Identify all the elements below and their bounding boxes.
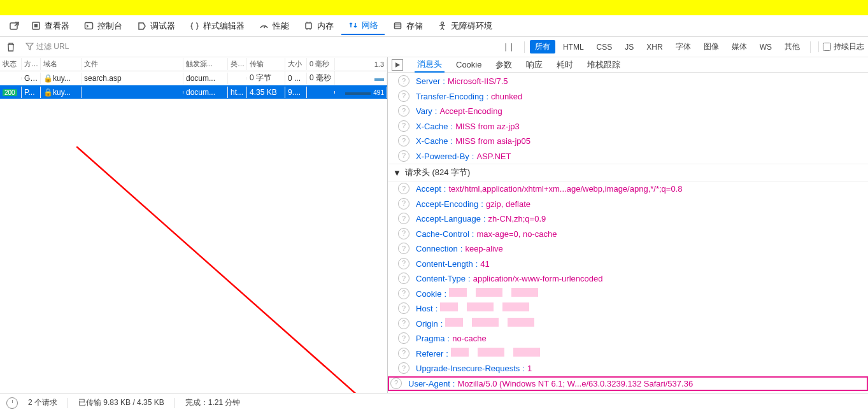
help-icon[interactable]: ? <box>398 332 409 344</box>
gauge-icon <box>259 21 269 31</box>
table-body: GET🔒kuy...search.aspdocum...0 字节0 ...0 毫… <box>0 71 387 393</box>
filter-row: 过滤 URL || 所有HTMLCSSJSXHR字体图像媒体WS其他 持续日志 <box>0 37 868 57</box>
help-icon[interactable]: ? <box>398 213 409 224</box>
help-icon[interactable]: ? <box>398 273 409 284</box>
help-icon[interactable]: ? <box>398 243 409 254</box>
help-icon[interactable]: ? <box>398 150 409 162</box>
header-row: ?Accept: text/html,application/xhtml+xm.… <box>388 181 868 197</box>
toolbar-label: 调试器 <box>150 20 175 32</box>
filter-pill-xhr[interactable]: XHR <box>641 41 667 53</box>
col-ms[interactable]: 0 毫秒 <box>307 58 335 70</box>
header-row: ?Content-Type: application/x-www-form-ur… <box>388 271 868 287</box>
separator <box>810 41 811 53</box>
col-type[interactable]: 类型 <box>228 58 247 70</box>
filter-pill-所有[interactable]: 所有 <box>530 40 555 53</box>
status-bar: 2 个请求 已传输 9.83 KB / 4.35 KB 完成：1.21 分钟 <box>0 393 868 412</box>
help-icon[interactable]: ? <box>398 135 409 146</box>
help-icon[interactable]: ? <box>398 288 409 299</box>
header-row: ?Vary: Accept-Encoding <box>388 104 868 119</box>
details-tab-1[interactable]: Cookie <box>453 59 484 71</box>
toolbar-console[interactable]: 控制台 <box>77 18 129 34</box>
help-icon[interactable]: ? <box>398 258 409 269</box>
col-domain[interactable]: 域名 <box>41 58 82 70</box>
header-row: ?Connection: keep-alive <box>388 241 868 257</box>
resend-button[interactable] <box>392 59 403 71</box>
toolbar-style-editor[interactable]: 样式编辑器 <box>183 18 251 34</box>
col-size[interactable]: 大小 <box>285 58 307 70</box>
devtools-toolbar: 查看器 控制台 调试器 样式编辑器 性能 内存 网络 存储 无障碍环境 <box>0 15 868 37</box>
col-status[interactable]: 状态 <box>0 58 22 70</box>
filter-pill-其他[interactable]: 其他 <box>779 40 805 53</box>
header-row: ?Cookie: <box>388 287 868 302</box>
toolbar-label: 查看器 <box>45 20 69 32</box>
help-icon[interactable]: ? <box>398 198 409 210</box>
help-icon[interactable]: ? <box>398 348 409 359</box>
help-icon[interactable]: ? <box>398 183 409 194</box>
toolbar-network[interactable]: 网络 <box>341 17 385 35</box>
col-transferred[interactable]: 传输 <box>247 58 285 70</box>
box-icon <box>31 21 41 31</box>
filter-pill-css[interactable]: CSS <box>592 41 618 53</box>
toolbar-label: 内存 <box>317 20 334 32</box>
filter-pills: || 所有HTMLCSSJSXHR字体图像媒体WS其他 持续日志 <box>499 40 864 53</box>
help-icon[interactable]: ? <box>398 318 409 329</box>
status-transferred: 已传输 9.83 KB / 4.35 KB <box>78 397 164 408</box>
clock-icon[interactable] <box>6 397 18 409</box>
col-method[interactable]: 方法 <box>22 58 41 70</box>
status-requests: 2 个请求 <box>28 397 57 408</box>
toolbar-popout[interactable] <box>5 18 23 34</box>
col-file[interactable]: 文件 <box>82 58 183 70</box>
help-icon[interactable]: ? <box>398 75 409 87</box>
details-pane: 消息头Cookie参数响应耗时堆栈跟踪 ?Server: Microsoft-I… <box>388 57 868 393</box>
filter-pill-媒体[interactable]: 媒体 <box>727 40 752 53</box>
braces-icon <box>189 21 199 31</box>
filter-pill-图像[interactable]: 图像 <box>699 40 724 53</box>
toolbar-inspector[interactable]: 查看器 <box>24 18 76 34</box>
filter-pill-html[interactable]: HTML <box>558 41 589 53</box>
request-headers-section[interactable]: ▼请求头 (824 字节) <box>388 164 868 181</box>
persist-logs[interactable]: 持续日志 <box>818 41 864 52</box>
pause-icon[interactable]: || <box>499 43 518 52</box>
help-icon[interactable]: ? <box>390 378 402 389</box>
help-icon[interactable]: ? <box>398 120 409 132</box>
header-row: ?Cache-Control: max-age=0, no-cache <box>388 227 868 242</box>
person-icon <box>437 21 447 31</box>
header-row: ?User-Agent: Mozilla/5.0 (Windows NT 6.1… <box>388 376 868 392</box>
details-tab-2[interactable]: 参数 <box>493 58 515 72</box>
details-tabs: 消息头Cookie参数响应耗时堆栈跟踪 <box>388 57 868 73</box>
request-row[interactable]: GET🔒kuy...search.aspdocum...0 字节0 ...0 毫… <box>0 71 387 85</box>
svg-rect-3 <box>85 23 92 29</box>
filter-input[interactable]: 过滤 URL <box>23 40 150 53</box>
toolbar-memory[interactable]: 内存 <box>297 18 340 34</box>
caret-down-icon: ▼ <box>393 168 401 178</box>
help-icon[interactable]: ? <box>398 105 409 117</box>
filter-pill-字体[interactable]: 字体 <box>671 40 696 53</box>
filter-pill-ws[interactable]: WS <box>755 41 777 53</box>
details-tab-0[interactable]: 消息头 <box>415 57 445 73</box>
filter-placeholder: 过滤 URL <box>36 41 69 52</box>
toolbar-accessibility[interactable]: 无障碍环境 <box>430 18 499 34</box>
col-cause[interactable]: 触发源... <box>183 58 228 70</box>
header-row: ?X-Cache: MISS from az-jp3 <box>388 119 868 134</box>
help-icon[interactable]: ? <box>398 302 409 314</box>
toolbar-performance[interactable]: 性能 <box>252 18 295 34</box>
help-icon[interactable]: ? <box>398 90 409 102</box>
svg-rect-2 <box>34 24 38 27</box>
clear-button[interactable] <box>4 40 18 54</box>
filter-pill-js[interactable]: JS <box>620 41 639 53</box>
col-timeline[interactable]: 1.3 <box>335 59 387 69</box>
status-finish: 完成：1.21 分钟 <box>185 397 241 408</box>
toolbar-debugger[interactable]: 调试器 <box>130 18 181 34</box>
details-tab-4[interactable]: 耗时 <box>554 58 576 72</box>
help-icon[interactable]: ? <box>398 362 409 374</box>
headers-panel[interactable]: ?Server: Microsoft-IIS/7.5?Transfer-Enco… <box>388 73 868 393</box>
toolbar-storage[interactable]: 存储 <box>386 18 429 34</box>
details-tab-5[interactable]: 堆栈跟踪 <box>585 58 623 72</box>
svg-point-13 <box>441 22 443 25</box>
requests-pane: 状态 方法 域名 文件 触发源... 类型 传输 大小 0 毫秒 1.3 GET… <box>0 57 388 393</box>
request-row[interactable]: 200P...🔒kuy...docum...ht...4.35 KB9....4… <box>0 85 387 99</box>
details-tab-3[interactable]: 响应 <box>523 58 545 72</box>
toolbar-label: 存储 <box>406 20 423 32</box>
help-icon[interactable]: ? <box>398 228 409 239</box>
persist-checkbox[interactable] <box>823 43 831 51</box>
